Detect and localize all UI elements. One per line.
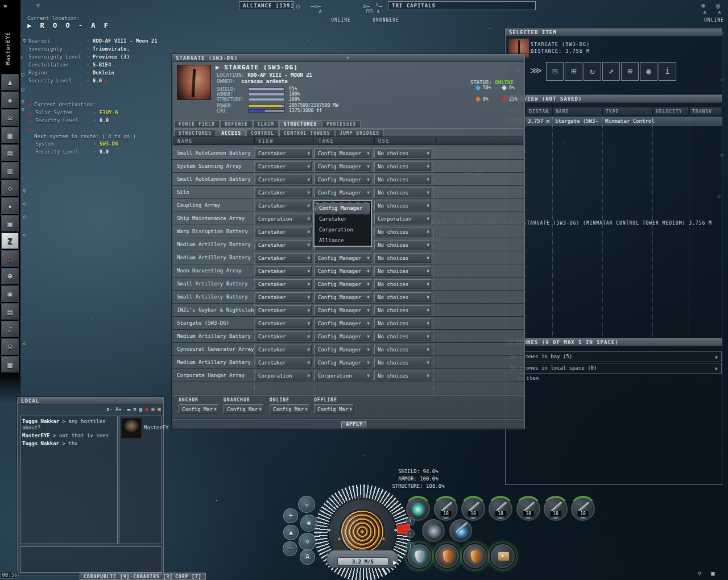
view-dropdown[interactable]: Caretaker» xyxy=(255,345,312,354)
take-dropdown[interactable]: Config Manager» xyxy=(315,292,371,302)
chevron-down-icon[interactable]: » xyxy=(714,356,719,359)
neocom-wallet-button[interactable]: Z xyxy=(1,233,19,249)
align-to-button[interactable]: ⊡ xyxy=(546,62,564,81)
take-dropdown[interactable]: Config Manager» xyxy=(315,148,371,158)
chevron-up-icon[interactable]: » xyxy=(714,367,719,370)
view-dropdown[interactable]: Caretaker» xyxy=(255,201,312,210)
neocom-map-browser-button[interactable]: ▤ xyxy=(1,144,19,161)
neocom-news-button[interactable]: ▥ xyxy=(1,162,19,179)
alliance-chat-bar[interactable]: ALLIANCE [139] xyxy=(239,1,294,10)
take-dropdown-open[interactable]: Config ManagerCaretakerCorporationAllian… xyxy=(313,200,372,247)
group-button[interactable]: Y xyxy=(406,517,415,525)
use-dropdown[interactable]: No choices» xyxy=(374,292,431,302)
view-dropdown[interactable]: Caretaker» xyxy=(255,175,312,184)
view-dropdown[interactable]: Corporation» xyxy=(255,371,312,380)
speed-increase-arrow[interactable]: ▲ xyxy=(382,536,385,541)
overview-window[interactable]: OVERVIEW (NOT SAVED) ICDISTAN ▼NAMETYPEV… xyxy=(505,95,722,338)
offline-dropdown[interactable]: Config Mar» xyxy=(314,404,354,414)
view-dropdown[interactable]: Caretaker» xyxy=(255,305,312,315)
online-dropdown[interactable]: Config Mar» xyxy=(270,404,309,414)
armor-hardener-module-button[interactable] xyxy=(462,543,488,569)
chat-message-list[interactable]: Tuggs Nakkar > any hostiles about?Master… xyxy=(20,416,118,544)
group-button[interactable]: ‑ xyxy=(406,529,415,538)
table-row[interactable]: Small Artillery BatteryCaretaker»Config … xyxy=(172,291,524,304)
member-avatar[interactable] xyxy=(121,418,142,438)
unanchor-dropdown[interactable]: Config Mar» xyxy=(224,404,263,414)
member-filter-red-icon[interactable] xyxy=(145,408,148,411)
neocom-help-button[interactable]: ○ xyxy=(1,250,19,267)
overview-row-selected[interactable]: ♀ 3,757 m Stargate (5W3- Minmatar Contro… xyxy=(506,117,722,126)
view-dropdown[interactable]: Caretaker» xyxy=(255,253,312,263)
neocom-vault-button[interactable]: ▣ xyxy=(1,215,19,231)
neocom-medals-button[interactable]: ★ xyxy=(1,197,19,214)
neocom-people-and-places-button[interactable]: ◈ xyxy=(1,92,19,108)
broadcast-icon[interactable]: ⊚ xyxy=(701,2,705,10)
use-dropdown[interactable]: No choices» xyxy=(374,318,431,328)
take-dropdown[interactable]: Corporation» xyxy=(315,371,371,380)
use-dropdown[interactable]: No choices» xyxy=(374,279,431,289)
use-dropdown[interactable]: No choices» xyxy=(374,253,431,263)
use-dropdown[interactable]: No choices» xyxy=(374,161,431,171)
speed-readout[interactable]: 3.2 M/S xyxy=(337,557,388,566)
chat-tab-corapublic[interactable]: CORAPUBLIC [9]-CORADIRS [3] xyxy=(80,573,177,580)
chat-layout-icon[interactable]: ▤ xyxy=(139,407,142,412)
minimize-tray-icon[interactable]: ▽ xyxy=(698,570,701,577)
use-dropdown[interactable]: No choices» xyxy=(374,227,431,237)
system-scanner-button[interactable]: ⊚ xyxy=(299,533,316,550)
neocom-character-sheet-button[interactable]: ♟ xyxy=(1,74,19,90)
take-dropdown[interactable]: Config Manager» xyxy=(315,279,371,289)
subtab-control-towers[interactable]: CONTROL TOWERS xyxy=(279,129,334,136)
speed-band[interactable]: 3.2 M/S xyxy=(326,550,398,568)
neocom-channels-button[interactable]: ☻ xyxy=(1,268,19,284)
view-dropdown[interactable]: Caretaker» xyxy=(255,240,312,250)
table-row[interactable]: Stargate (5W3-DG)Caretaker»Config Manage… xyxy=(172,317,524,330)
drone-group-row[interactable]: Drones in bay (5)» xyxy=(507,351,722,362)
show-info-button[interactable]: i xyxy=(659,62,676,81)
use-dropdown[interactable]: No choices» xyxy=(374,188,431,197)
use-dropdown[interactable]: No choices» xyxy=(374,175,431,184)
gun-module-button[interactable]: 18 xyxy=(487,496,514,522)
table-row[interactable]: Medium Artillery BatteryCaretaker»Config… xyxy=(172,356,524,369)
subtab-jump-bridges[interactable]: JUMP BRIDGES xyxy=(335,129,384,136)
cycle-right-button[interactable]: « xyxy=(394,525,398,534)
neocom-star-map-button[interactable]: ◇ xyxy=(1,180,19,196)
overview-column-transv[interactable]: TRANSV xyxy=(689,107,722,115)
table-row[interactable]: Corporate Hangar ArrayCorporation»Corpor… xyxy=(172,369,524,382)
font-decrease-button[interactable]: a- xyxy=(106,407,113,412)
member-filter-gold-icon[interactable] xyxy=(158,408,161,411)
use-dropdown[interactable]: No choices» xyxy=(374,371,431,380)
take-dropdown[interactable]: Config Manager» xyxy=(315,345,371,354)
dropdown-option-alliance[interactable]: Alliance xyxy=(316,235,370,246)
table-row[interactable]: INZi's Gaybar & NightclubCaretaker»Confi… xyxy=(172,304,524,317)
gun-module-button[interactable]: 18 xyxy=(515,496,541,522)
take-dropdown[interactable]: Config Manager» xyxy=(315,358,371,367)
take-dropdown[interactable]: Config Manager» xyxy=(315,175,371,184)
member-filter-grey-icon[interactable] xyxy=(151,408,155,411)
dropdown-option-caretaker[interactable]: Caretaker xyxy=(316,214,370,225)
take-dropdown[interactable]: Config Manager» xyxy=(315,305,371,315)
orbit-button[interactable]: ↻ xyxy=(584,62,601,81)
launcher-module-button[interactable] xyxy=(448,518,473,543)
chat-tab-corp[interactable]: CORP [7] xyxy=(171,573,206,580)
window-tray-icon[interactable]: ▣ xyxy=(711,570,715,577)
zoom-out-button[interactable]: − xyxy=(283,541,297,556)
table-row[interactable]: System Scanning ArrayCaretaker»Config Ma… xyxy=(172,160,524,173)
subtab-access[interactable]: ACCESS xyxy=(217,129,246,136)
take-dropdown[interactable]: Config Manager» xyxy=(315,253,371,263)
keep-at-range-button[interactable]: ↔ xyxy=(602,62,620,81)
chat-layout-icon[interactable]: ≡ xyxy=(133,407,136,412)
view-dropdown[interactable]: Corporation» xyxy=(255,214,312,223)
table-row[interactable]: Small AutoCannon BatteryCaretaker»Config… xyxy=(172,173,524,186)
view-dropdown[interactable]: Caretaker» xyxy=(255,161,312,171)
shield-booster-module-button[interactable] xyxy=(421,518,446,543)
apply-button[interactable]: APPLY xyxy=(341,421,367,429)
table-row[interactable]: Cynosural Generator ArrayCaretaker»Confi… xyxy=(172,343,524,356)
neocom-character-customization-button[interactable]: ☺ xyxy=(1,338,19,355)
structure-management-window[interactable]: STARGATE (5W3-DG) ◇ ▶ STARGATE (5W3-DG) … xyxy=(172,54,525,429)
chat-input-field[interactable] xyxy=(20,546,162,573)
table-row[interactable]: Small Artillery BatteryCaretaker»Config … xyxy=(172,277,524,291)
selected-item-title[interactable]: SELECTED ITEM xyxy=(506,29,722,36)
view-dropdown[interactable]: Caretaker» xyxy=(255,279,312,289)
chat-member-list[interactable]: MasterEY xyxy=(119,416,162,544)
table-row[interactable]: Medium Artillery BatteryCaretaker»Config… xyxy=(172,251,524,264)
